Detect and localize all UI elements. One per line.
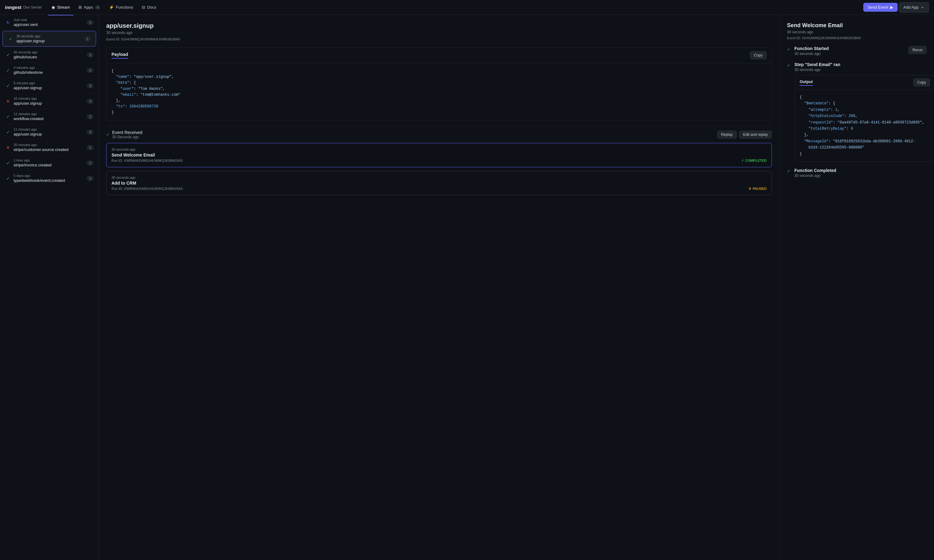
item-count-9: 1 xyxy=(87,145,94,150)
stream-icon: ◉ xyxy=(52,5,55,9)
status-icon-3: ✓ xyxy=(5,52,11,57)
item-name-2: app/user.signup xyxy=(16,38,82,43)
item-name-8: app/user.signup xyxy=(14,132,84,137)
item-count-11: 1 xyxy=(87,176,94,181)
function-card-2[interactable]: 30 seconds ago Add to CRM Run ID: XW9NKA… xyxy=(106,171,772,195)
event-check-icon: ✓ xyxy=(106,132,109,137)
add-app-icon: ＋ xyxy=(920,5,925,10)
right-panel-event-id: Event ID: 01H4JWWQJKXW9NKA3VM93ASBA0 xyxy=(787,36,926,40)
item-name-1: app/user.sent xyxy=(14,22,84,27)
sidebar-item-6[interactable]: ✕ 10 minutes ago app/user.signup 3 xyxy=(0,94,99,109)
completed-check-icon: ✓ xyxy=(741,158,744,163)
nav-docs-label: Docs xyxy=(147,5,156,9)
item-name-5: app/user.signup xyxy=(14,86,84,90)
timeline-label-3: Function Completed xyxy=(794,168,926,173)
item-time-2: 30 seconds ago xyxy=(16,34,82,38)
timeline-check-1: ✓ xyxy=(787,47,791,52)
sidebar-item-4[interactable]: ✓ 4 minutes ago github/milestone 3 xyxy=(0,63,99,78)
replay-button[interactable]: Replay xyxy=(717,131,737,138)
logo: inngest Dev Server xyxy=(5,5,42,10)
nav-stream[interactable]: ◉ Stream xyxy=(48,3,74,11)
function-card-runid-2: Run ID: XW9NKA3VM01H4JWWQJK9BA03AS xyxy=(111,187,183,191)
timeline-time-2: 30 seconds ago xyxy=(794,68,926,72)
nav-apps-label: Apps xyxy=(84,5,93,9)
right-panel-time: 30 seconds ago xyxy=(787,30,926,34)
status-icon-7: ✓ xyxy=(5,114,11,119)
output-copy-button[interactable]: Copy xyxy=(913,78,930,86)
send-event-icon: ▶ xyxy=(890,5,893,9)
item-count-4: 3 xyxy=(87,68,94,73)
sidebar-item-3[interactable]: ✓ 45 seconds ago github/issues 1 xyxy=(0,47,99,63)
nav-functions[interactable]: ⚡ Functions xyxy=(105,3,137,11)
center-event-id: Event ID: 01H4JWWQJKXW9NKA3VM93ASBA0 xyxy=(106,37,772,41)
sidebar-item-5[interactable]: ✓ 5 minutes ago app/user.signup 3 xyxy=(0,78,99,94)
add-app-button[interactable]: Add App ＋ xyxy=(899,2,929,13)
right-panel: Send Welcome Email 30 seconds ago Event … xyxy=(780,15,934,560)
output-tab: Output xyxy=(800,79,813,86)
timeline-item-1: ✓ Function Started 30 seconds ago Rerun xyxy=(787,46,926,56)
center-title: app/user.signup xyxy=(106,22,772,29)
sidebar-item-2[interactable]: ✓ 30 seconds ago app/user.signup 2 xyxy=(3,31,96,47)
function-card-runid-1: Run ID: XW9NKA3VM01H4JWWQJK9BA03AS xyxy=(111,158,183,162)
item-time-9: 20 minutes ago xyxy=(14,143,84,147)
item-count-8: 3 xyxy=(87,130,94,135)
item-name-3: github/issues xyxy=(14,55,84,59)
sidebar-item-1[interactable]: ↻ Just now app/user.sent 1 xyxy=(0,15,99,30)
function-card-name-1: Send Welcome Email xyxy=(111,152,767,157)
center-panel: app/user.signup 30 seconds ago Event ID:… xyxy=(99,15,780,560)
status-icon-6: ✕ xyxy=(5,99,11,104)
item-time-6: 10 minutes ago xyxy=(14,97,84,100)
payload-title: Payload xyxy=(111,52,128,58)
docs-icon: ⊟ xyxy=(142,5,145,9)
item-count-2: 2 xyxy=(84,37,91,42)
rerun-button[interactable]: Rerun xyxy=(908,46,926,54)
status-icon-8: ✓ xyxy=(5,130,11,135)
item-name-4: github/milestone xyxy=(14,70,84,75)
function-card-time-2: 30 seconds ago xyxy=(111,175,767,179)
item-time-7: 11 minutes ago xyxy=(14,112,84,116)
item-time-5: 5 minutes ago xyxy=(14,81,84,85)
item-count-6: 3 xyxy=(87,99,94,104)
apps-badge: 4 xyxy=(95,5,100,9)
send-event-button[interactable]: Send Event ▶ xyxy=(863,3,897,12)
item-time-1: Just now xyxy=(14,18,84,22)
timeline-item-3: ✓ Function Completed 30 seconds ago xyxy=(787,168,926,178)
item-count-1: 1 xyxy=(87,20,94,25)
output-card-header: Output Copy xyxy=(795,75,934,90)
payload-card: Payload Copy { "name": "app/user.signup"… xyxy=(106,47,772,121)
topnav: inngest Dev Server ◉ Stream ⊞ Apps 4 ⚡ F… xyxy=(0,0,934,15)
sidebar-item-10[interactable]: ✓ 1 hour ago stripe/invoice.created 1 xyxy=(0,155,99,171)
item-count-5: 3 xyxy=(87,83,94,88)
paused-icon: ⏸ xyxy=(748,187,751,191)
send-event-label: Send Event xyxy=(868,5,888,9)
nav-apps[interactable]: ⊞ Apps 4 xyxy=(75,3,104,11)
sidebar-item-8[interactable]: ✓ 11 minutes ago app/user.signup 3 xyxy=(0,125,99,140)
sidebar-item-7[interactable]: ✓ 11 minutes ago workflow.created 2 xyxy=(0,109,99,125)
payload-copy-button[interactable]: Copy xyxy=(750,51,767,59)
item-name-9: stripe/customer.source.created xyxy=(14,147,84,152)
item-name-11: typedwebhook/event.created xyxy=(14,178,84,183)
status-icon-10: ✓ xyxy=(5,160,11,165)
apps-icon: ⊞ xyxy=(79,5,82,9)
sidebar-item-11[interactable]: ✓ 5 days ago typedwebhook/event.created … xyxy=(0,171,99,186)
item-count-3: 1 xyxy=(87,52,94,57)
item-time-10: 1 hour ago xyxy=(14,158,84,162)
item-name-7: workflow.created xyxy=(14,116,84,121)
status-icon-4: ✓ xyxy=(5,68,11,73)
item-count-10: 1 xyxy=(87,160,94,165)
function-card-1[interactable]: 30 seconds ago Send Welcome Email Run ID… xyxy=(106,143,772,167)
payload-card-header: Payload Copy xyxy=(106,48,772,63)
timeline-label-1: Function Started xyxy=(794,46,908,51)
logo-text: inngest xyxy=(5,5,21,10)
sidebar-item-9[interactable]: ✕ 20 minutes ago stripe/customer.source.… xyxy=(0,140,99,155)
nav-docs[interactable]: ⊟ Docs xyxy=(138,3,160,11)
edit-replay-button[interactable]: Edit and replay xyxy=(739,131,772,138)
sidebar: ↻ Just now app/user.sent 1 ✓ 30 seconds … xyxy=(0,15,99,560)
timeline-item-2: ✓ Step "Send Email" ran 30 seconds ago O… xyxy=(787,62,926,162)
function-completed-badge-1: ✓ COMPLETED xyxy=(741,158,767,163)
payload-code: { "name": "app/user.signup", "data": { "… xyxy=(106,63,772,121)
main-layout: ↻ Just now app/user.sent 1 ✓ 30 seconds … xyxy=(0,15,934,560)
item-time-3: 45 seconds ago xyxy=(14,50,84,54)
function-card-time-1: 30 seconds ago xyxy=(111,148,767,151)
nav-functions-label: Functions xyxy=(116,5,133,9)
